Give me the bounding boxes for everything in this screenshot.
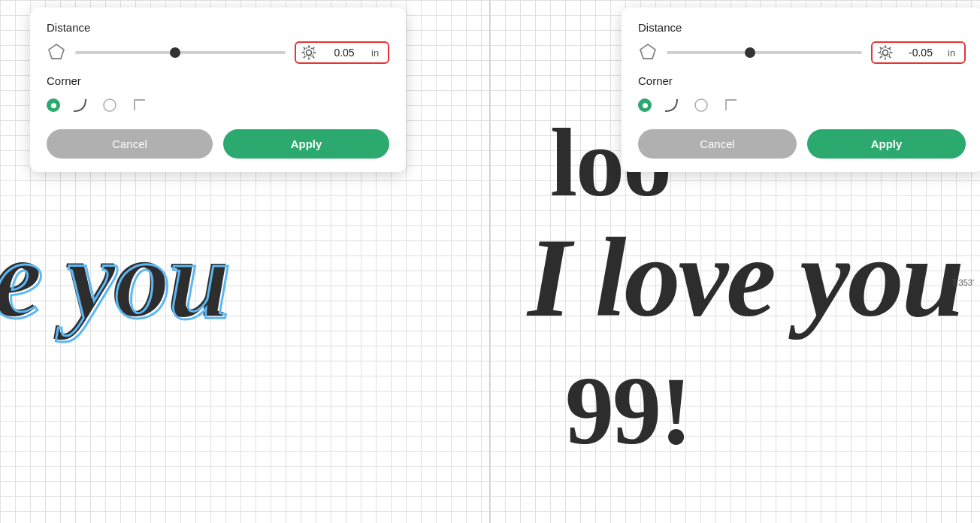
svg-text:I love you: I love you — [0, 217, 229, 342]
right-canvas: Distance in Corner — [490, 0, 980, 523]
left-corner-shape-3[interactable] — [129, 95, 150, 116]
right-distance-label: Distance — [638, 21, 966, 34]
left-corner-radio-inner — [51, 103, 56, 108]
coord-label: 7.353' — [951, 278, 974, 287]
svg-point-1 — [307, 50, 312, 56]
svg-marker-10 — [640, 44, 655, 59]
svg-point-11 — [883, 50, 888, 56]
right-corner-row — [638, 95, 966, 116]
right-corner-radio[interactable] — [638, 98, 652, 112]
right-button-row: Cancel Apply — [638, 129, 966, 159]
left-button-row: Cancel Apply — [47, 129, 389, 159]
right-value-input[interactable] — [898, 47, 943, 59]
left-corner-row — [47, 95, 389, 116]
svg-marker-2 — [304, 47, 314, 56]
gear-icon-right — [877, 44, 894, 61]
left-value-input[interactable] — [322, 47, 367, 59]
right-slider-thumb[interactable] — [745, 47, 755, 58]
right-popup: Distance in Corner — [622, 8, 980, 172]
left-canvas: Distance in Corner — [0, 0, 490, 523]
right-corner-label: Corner — [638, 74, 966, 87]
left-popup: Distance in Corner — [30, 8, 406, 172]
svg-point-13 — [695, 99, 707, 111]
right-value-box: in — [871, 41, 966, 64]
left-slider-thumb[interactable] — [170, 47, 180, 58]
left-corner-shape-1[interactable] — [69, 95, 90, 116]
svg-text:I love you: I love you — [526, 215, 962, 340]
left-corner-radio[interactable] — [47, 98, 60, 112]
left-apply-button[interactable]: Apply — [223, 129, 389, 159]
left-unit-label: in — [371, 47, 383, 59]
svg-marker-0 — [49, 44, 64, 59]
pentagon-icon-right — [638, 43, 658, 62]
right-corner-shape-2[interactable] — [691, 95, 712, 116]
right-corner-shape-3[interactable] — [721, 95, 742, 116]
right-slider[interactable] — [667, 51, 862, 54]
right-distance-row: in — [638, 41, 966, 64]
left-distance-label: Distance — [47, 21, 389, 34]
left-distance-row: in — [47, 41, 389, 64]
gear-icon-left — [301, 44, 317, 61]
right-cancel-button[interactable]: Cancel — [638, 129, 797, 159]
left-slider[interactable] — [75, 51, 286, 54]
right-unit-label: in — [948, 47, 960, 59]
left-corner-label: Corner — [47, 74, 389, 87]
right-corner-radio-inner — [643, 103, 648, 108]
left-corner-shape-2[interactable] — [99, 95, 120, 116]
svg-text:99!: 99! — [565, 356, 691, 464]
right-apply-button[interactable]: Apply — [807, 129, 966, 159]
right-corner-shape-1[interactable] — [661, 95, 682, 116]
pentagon-icon-left — [47, 43, 66, 62]
left-cancel-button[interactable]: Cancel — [47, 129, 213, 159]
left-value-box: in — [295, 41, 389, 64]
svg-point-3 — [104, 99, 116, 111]
svg-marker-12 — [880, 47, 891, 56]
